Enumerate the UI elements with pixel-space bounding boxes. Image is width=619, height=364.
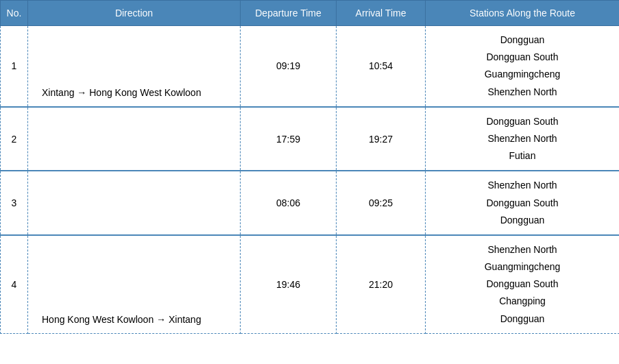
- row-arrival: 21:20: [337, 235, 426, 333]
- header-direction: Direction: [28, 1, 241, 26]
- row-departure: 17:59: [241, 107, 337, 171]
- row-no: 3: [1, 171, 28, 235]
- row-direction: Hong Kong West Kowloon → Xintang: [28, 235, 241, 333]
- table-row: 1Xintang → Hong Kong West Kowloon09:1910…: [1, 26, 620, 107]
- row-stations: Shenzhen NorthDongguan SouthDongguan: [426, 171, 620, 235]
- row-no: 2: [1, 107, 28, 171]
- header-arrival: Arrival Time: [337, 1, 426, 26]
- row-departure: 08:06: [241, 171, 337, 235]
- table-row: 217:5919:27Dongguan SouthShenzhen NorthF…: [1, 107, 620, 171]
- row-direction: Xintang → Hong Kong West Kowloon: [28, 26, 241, 107]
- row-direction: [28, 107, 241, 171]
- row-departure: 19:46: [241, 235, 337, 333]
- row-arrival: 19:27: [337, 107, 426, 171]
- table-row: 308:0609:25Shenzhen NorthDongguan SouthD…: [1, 171, 620, 235]
- row-arrival: 10:54: [337, 26, 426, 107]
- header-stations: Stations Along the Route: [426, 1, 620, 26]
- header-no: No.: [1, 1, 28, 26]
- table-row: 4Hong Kong West Kowloon → Xintang19:4621…: [1, 235, 620, 333]
- row-arrival: 09:25: [337, 171, 426, 235]
- schedule-table: No. Direction Departure Time Arrival Tim…: [0, 0, 619, 334]
- row-stations: Shenzhen NorthGuangmingchengDongguan Sou…: [426, 235, 620, 333]
- row-departure: 09:19: [241, 26, 337, 107]
- row-no: 4: [1, 235, 28, 333]
- row-stations: Dongguan SouthShenzhen NorthFutian: [426, 107, 620, 171]
- row-no: 1: [1, 26, 28, 107]
- row-direction: [28, 171, 241, 235]
- header-departure: Departure Time: [241, 1, 337, 26]
- row-stations: DongguanDongguan SouthGuangmingchengShen…: [426, 26, 620, 107]
